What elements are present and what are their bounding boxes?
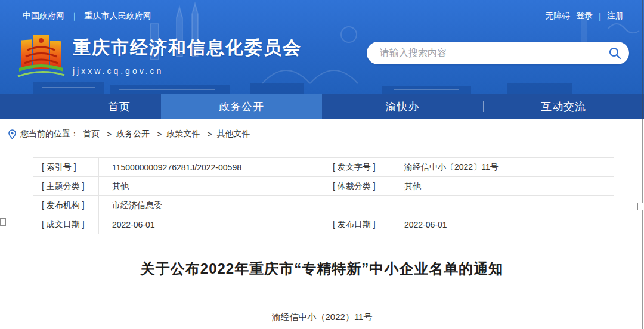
breadcrumb-separator: > xyxy=(157,129,162,139)
meta-value-genre-class: 其他 xyxy=(391,177,614,196)
breadcrumb-item-other-files[interactable]: 其他文件 xyxy=(217,129,250,139)
meta-label-index-no: [ 索引号 ] xyxy=(33,158,99,177)
meta-label-issuing-org: [ 发布机构 ] xyxy=(33,196,99,215)
topbar: 中国政府网 ｜ 重庆市人民政府网 无障碍 登录 | 注册 xyxy=(23,11,624,21)
breadcrumb-item-home[interactable]: 首页 xyxy=(83,129,100,139)
meta-label-doc-symbol: [ 发文字号 ] xyxy=(324,158,391,177)
meta-value-index-no: 11500000009276281J/2022-00598 xyxy=(99,158,324,177)
link-cq-gov[interactable]: 重庆市人民政府网 xyxy=(85,11,151,21)
selection-edge-right xyxy=(642,0,643,329)
meta-value-topic-class: 其他 xyxy=(99,177,324,196)
search-button[interactable] xyxy=(600,42,629,64)
nav-tab-gov-affairs[interactable]: 政务公开 xyxy=(161,94,322,119)
meta-value-issuing-org: 市经济信息委 xyxy=(99,196,324,215)
table-row: [ 发布机构 ] 市经济信息委 xyxy=(33,196,614,215)
search-icon xyxy=(608,46,621,60)
breadcrumb-item-policy-files[interactable]: 政策文件 xyxy=(166,129,200,139)
breadcrumb-separator: > xyxy=(107,129,112,139)
link-china-gov[interactable]: 中国政府网 xyxy=(23,11,64,21)
table-row: [ 主题分类 ] 其他 [ 体裁分类 ] 其他 xyxy=(33,177,614,196)
document-meta-table: [ 索引号 ] 11500000009276281J/2022-00598 [ … xyxy=(33,157,614,234)
page-title: 关于公布2022年重庆市“专精特新”中小企业名单的通知 xyxy=(0,259,644,278)
breadcrumb: 您当前的位置： 首页 > 政务公开 > 政策文件 > 其他文件 xyxy=(0,119,644,139)
breadcrumb-separator: > xyxy=(207,129,212,139)
link-login[interactable]: 登录 xyxy=(576,11,593,21)
meta-label-topic-class: [ 主题分类 ] xyxy=(33,177,99,196)
content-area: 您当前的位置： 首页 > 政务公开 > 政策文件 > 其他文件 [ 索引号 ] … xyxy=(0,119,644,329)
meta-value-publish-date: 2022-06-01 xyxy=(391,215,614,234)
resize-handle-right[interactable] xyxy=(637,203,643,210)
main-nav: 首页 政务公开 渝快办 互动交流 xyxy=(0,94,644,119)
nav-tab-yukuaiban[interactable]: 渝快办 xyxy=(322,94,483,119)
meta-value-written-date: 2022-06-01 xyxy=(99,215,324,234)
nav-tab-home[interactable]: 首页 xyxy=(0,94,161,119)
link-register[interactable]: 注册 xyxy=(607,11,624,21)
topbar-divider: ｜ xyxy=(70,11,79,21)
meta-label-written-date: [ 成文日期 ] xyxy=(33,215,99,234)
login-register-divider: | xyxy=(599,11,601,21)
meta-value-empty xyxy=(391,196,614,215)
meta-value-doc-symbol: 渝经信中小〔2022〕11号 xyxy=(391,158,614,177)
location-pin-icon xyxy=(8,129,16,139)
table-row: [ 索引号 ] 11500000009276281J/2022-00598 [ … xyxy=(33,158,614,177)
search-input[interactable] xyxy=(367,48,600,58)
link-accessibility[interactable]: 无障碍 xyxy=(545,11,570,21)
site-title: 重庆市经济和信息化委员会 xyxy=(73,36,302,60)
site-banner: 中国政府网 ｜ 重庆市人民政府网 无障碍 登录 | 注册 xyxy=(0,0,644,94)
nav-tab-interaction[interactable]: 互动交流 xyxy=(483,94,644,119)
meta-label-empty xyxy=(324,196,391,215)
meta-label-genre-class: [ 体裁分类 ] xyxy=(324,177,391,196)
meta-label-publish-date: [ 发布日期 ] xyxy=(324,215,391,234)
selection-edge-left xyxy=(1,0,1,329)
document-number: 渝经信中小（2022）11号 xyxy=(0,312,644,323)
brand-row: 重庆市经济和信息化委员会 jjxxw.cq.gov.cn xyxy=(17,32,302,85)
agency-logo-icon[interactable] xyxy=(17,32,66,85)
site-url: jjxxw.cq.gov.cn xyxy=(73,66,302,76)
search-bar xyxy=(367,42,629,64)
breadcrumb-prefix: 您当前的位置： xyxy=(20,129,79,139)
table-row: [ 成文日期 ] 2022-06-01 [ 发布日期 ] 2022-06-01 xyxy=(33,215,614,234)
resize-handle-left[interactable] xyxy=(0,218,6,226)
breadcrumb-item-gov-affairs[interactable]: 政务公开 xyxy=(116,129,150,139)
